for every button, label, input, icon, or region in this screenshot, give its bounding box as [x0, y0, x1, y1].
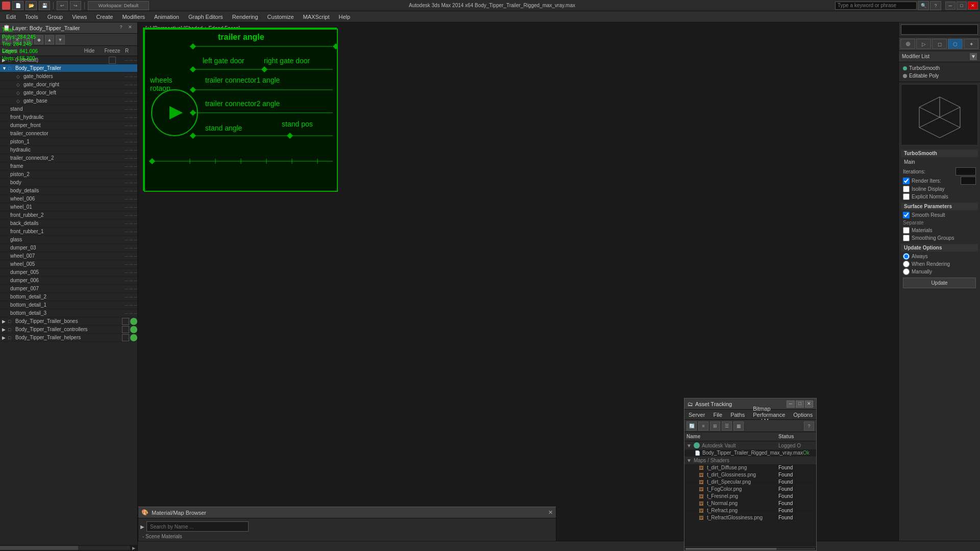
layer-item[interactable]: trailer_connector ─ ─ ─ [0, 130, 137, 138]
render-iters-check[interactable] [903, 178, 910, 184]
asset-item[interactable]: 🖼 t_dirt_Glossiness.png Found [684, 471, 816, 479]
panel-tab-modifier[interactable]: ⬡ [948, 39, 963, 49]
layer-move-down-btn[interactable]: ▼ [56, 35, 65, 44]
materials-check[interactable] [903, 227, 910, 234]
asset-minimize-btn[interactable]: ─ [787, 400, 795, 408]
layer-item[interactable]: back_details ─ ─ ─ [0, 219, 137, 228]
layer-item[interactable]: trailer_connector_2 ─ ─ ─ [0, 154, 137, 162]
asset-scrollbar[interactable] [684, 546, 816, 550]
menu-help[interactable]: Help [335, 13, 355, 21]
layer-move-up-btn[interactable]: ▲ [45, 35, 54, 44]
layer-item[interactable]: dumper_006 ─ ─ ─ [0, 277, 137, 285]
modifier-item-turbosmooth[interactable]: TurboSmooth [901, 64, 978, 72]
asset-menu-server[interactable]: Server [687, 412, 707, 418]
asset-item[interactable]: 🖼 t_RefractGlossiness.png Found [684, 514, 816, 521]
layer-item[interactable]: glass ─ ─ ─ [0, 236, 137, 244]
asset-item[interactable]: 🖼 t_dirt_Specular.png Found [684, 479, 816, 486]
layer-item[interactable]: ◇ gate_door_right ─ ─ ─ [0, 81, 137, 89]
render-iters-input[interactable]: 2 [961, 177, 976, 185]
layer-item[interactable]: piston_2 ─ ─ ─ [0, 170, 137, 179]
asset-item[interactable]: 🖼 t_Fresnel.png Found [684, 493, 816, 500]
manually-radio[interactable] [903, 268, 910, 275]
asset-maximize-btn[interactable]: □ [796, 400, 804, 408]
panel-tab-hierarchy[interactable]: ✦ [964, 39, 978, 49]
close-btn[interactable]: ✕ [968, 2, 978, 10]
layer-item[interactable]: dumper_03 ─ ─ ─ [0, 244, 137, 252]
panel-tab-display[interactable]: ▷ [916, 39, 931, 49]
toolbar-btn-redo[interactable]: ↪ [70, 1, 81, 10]
layer-item[interactable]: front_hydraulic ─ ─ ─ [0, 113, 137, 121]
object-name-input[interactable]: body [901, 24, 978, 35]
layer-item[interactable]: dumper_005 ─ ─ ─ [0, 268, 137, 277]
smoothing-groups-check[interactable] [903, 235, 910, 241]
iterations-input[interactable]: 0 [955, 167, 976, 176]
always-radio[interactable] [903, 253, 910, 260]
toolbar-btn-undo[interactable]: ↩ [57, 1, 68, 10]
layer-item[interactable]: body_details ─ ─ ─ [0, 187, 137, 195]
toolbar-btn-new[interactable]: 📄 [12, 1, 23, 10]
layer-item[interactable]: wheel_01 ─ ─ ─ [0, 203, 137, 211]
layer-item[interactable]: front_rubber_2 ─ ─ ─ [0, 211, 137, 219]
layer-item[interactable]: ◇ gate_holders ─ ─ ─ [0, 72, 137, 81]
layer-check[interactable] [122, 334, 129, 341]
asset-item[interactable]: 🖼 t_dirt_Diffuse.png Found [684, 464, 816, 471]
menu-maxscript[interactable]: MAXScript [299, 13, 334, 21]
layer-item[interactable]: ◇ gate_door_left ─ ─ ─ [0, 89, 137, 97]
asset-tb-btn3[interactable]: ⊞ [710, 421, 720, 431]
toolbar-btn-open[interactable]: 📂 [26, 1, 37, 10]
asset-group-maps[interactable]: ▼ Maps / Shaders [684, 457, 816, 464]
layer-item[interactable]: hydraulic ─ ─ ─ [0, 146, 137, 154]
asset-close-btn[interactable]: ✕ [805, 400, 813, 408]
modifier-item-editablepoly[interactable]: Editable Poly [901, 72, 978, 80]
layers-list[interactable]: ▶ □ 0 (default) ─ ─ ─ ▼ □ Body_Tipper_Tr… [0, 56, 137, 545]
layer-item[interactable]: wheel_005 ─ ─ ─ [0, 260, 137, 268]
layer-check[interactable] [122, 326, 129, 333]
layer-item[interactable]: ◇ gate_base ─ ─ ─ [0, 97, 137, 105]
asset-item[interactable]: 🖼 t_Normal.png Found [684, 500, 816, 507]
layers-hscroll[interactable]: ▶ [0, 545, 137, 551]
layer-item[interactable]: ▼ □ Body_Tipper_Trailer ─ ─ ─ [0, 64, 137, 72]
asset-tb-btn1[interactable]: 🔄 [687, 421, 697, 431]
workspace-selector[interactable]: Workspace: Default [88, 1, 149, 10]
asset-item[interactable]: 🖼 t_Refract.png Found [684, 507, 816, 514]
panel-tab-utilities[interactable]: ◻ [932, 39, 947, 49]
asset-menu-paths[interactable]: Paths [728, 412, 747, 418]
asset-item[interactable]: 📄 Body_Tipper_Trailer_Rigged_max_vray.ma… [684, 449, 816, 457]
smooth-result-check[interactable] [903, 212, 910, 218]
viewport-area[interactable]: trailer angle left gate door right gate … [138, 22, 898, 551]
layer-item[interactable]: front_rubber_1 ─ ─ ─ [0, 228, 137, 236]
layers-close-btn[interactable]: ✕ [126, 24, 134, 32]
menu-animation[interactable]: Animation [150, 13, 183, 21]
update-btn[interactable]: Update [903, 278, 976, 288]
asset-group-vault[interactable]: ▼ Autodesk Vault Logged O [684, 441, 816, 449]
maximize-btn[interactable]: □ [957, 2, 967, 10]
material-browser-close[interactable]: ✕ [548, 509, 553, 516]
layer-item[interactable]: ▶ □ Body_Tipper_Trailer_bones [0, 317, 137, 325]
menu-graph-editors[interactable]: Graph Editors [184, 13, 227, 21]
menu-edit[interactable]: Edit [2, 13, 20, 21]
menu-modifiers[interactable]: Modifiers [118, 13, 149, 21]
minimize-btn[interactable]: ─ [945, 2, 955, 10]
isoline-check[interactable] [903, 186, 910, 192]
material-search-input[interactable] [146, 521, 249, 532]
layer-item[interactable]: dumper_front ─ ─ ─ [0, 121, 137, 130]
asset-menu-options[interactable]: Options [791, 412, 815, 418]
asset-list[interactable]: ▼ Autodesk Vault Logged O 📄 Body_Tipper_… [684, 441, 816, 546]
layer-item[interactable]: bottom_detail_2 ─ ─ ─ [0, 293, 137, 301]
scroll-right-btn[interactable]: ▶ [130, 546, 137, 550]
layer-item[interactable]: ▶ □ Body_Tipper_Trailer_helpers [0, 334, 137, 342]
menu-group[interactable]: Group [43, 13, 67, 21]
layer-item[interactable]: piston_1 ─ ─ ─ [0, 138, 137, 146]
menu-tools[interactable]: Tools [21, 13, 42, 21]
menu-rendering[interactable]: Rendering [228, 13, 262, 21]
layer-item[interactable]: frame ─ ─ ─ [0, 162, 137, 170]
asset-menu-file[interactable]: File [711, 412, 724, 418]
modifier-list-dropdown[interactable]: ▼ [970, 53, 977, 60]
layer-item[interactable]: ▶ □ Body_Tipper_Trailer_controllers [0, 325, 137, 334]
layer-item[interactable]: bottom_detail_3 ─ ─ ─ [0, 309, 137, 317]
when-rendering-radio[interactable] [903, 261, 910, 267]
layer-check[interactable] [122, 318, 129, 325]
asset-tb-btn2[interactable]: ≡ [698, 421, 708, 431]
toolbar-btn-save[interactable]: 💾 [39, 1, 50, 10]
asset-item[interactable]: 🖼 t_FogColor.png Found [684, 486, 816, 493]
